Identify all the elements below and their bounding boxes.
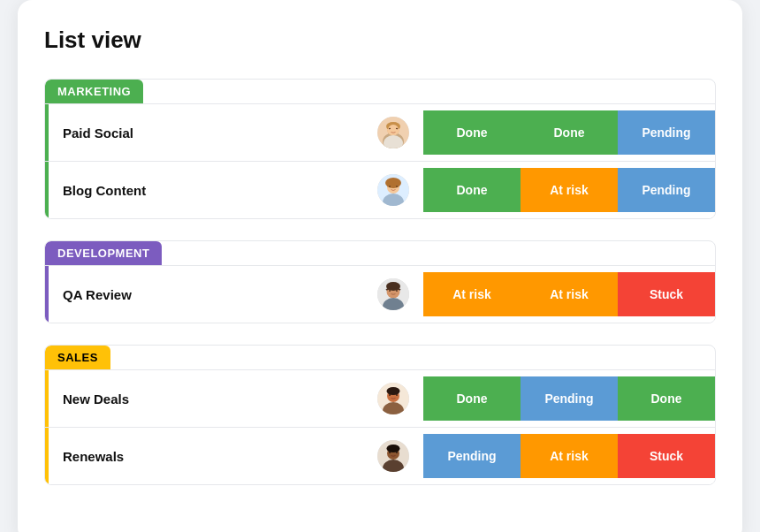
svg-point-33 <box>396 452 398 452</box>
avatar <box>377 174 409 206</box>
status-badge[interactable]: At risk <box>423 272 521 316</box>
svg-point-27 <box>396 394 398 395</box>
status-badge[interactable]: Stuck <box>618 434 715 478</box>
row-name: QA Review <box>63 287 132 302</box>
row-name: Paid Social <box>63 125 133 141</box>
svg-point-26 <box>389 394 391 395</box>
status-badge[interactable]: Done <box>618 376 715 421</box>
table-row[interactable]: New Deals DonePendingDone <box>45 369 715 427</box>
table-row[interactable]: Blog Content DoneAt riskPending <box>45 161 715 218</box>
status-badge[interactable]: Stuck <box>618 272 715 316</box>
row-label: Paid Social <box>45 104 423 161</box>
status-badge[interactable]: Done <box>423 168 521 212</box>
svg-point-32 <box>389 452 391 452</box>
group-marketing: MARKETINGPaid Social DoneDonePendingBlog… <box>44 79 716 219</box>
row-label: QA Review <box>45 266 423 323</box>
row-label: Blog Content <box>45 162 423 218</box>
group-header-wrap-sales: SALES <box>45 346 715 369</box>
status-cells: DoneDonePending <box>423 110 715 155</box>
svg-point-14 <box>389 186 391 186</box>
group-sales: SALESNew Deals DonePendingDoneRenewals P… <box>44 345 716 485</box>
svg-point-30 <box>387 445 400 452</box>
status-badge[interactable]: Pending <box>423 434 521 478</box>
status-badge[interactable]: At risk <box>521 434 618 478</box>
svg-point-6 <box>388 125 399 135</box>
group-header-marketing: MARKETING <box>45 80 143 103</box>
row-name: New Deals <box>63 391 129 407</box>
svg-point-15 <box>396 186 398 186</box>
row-label: New Deals <box>45 370 423 427</box>
table-row[interactable]: Renewals PendingAt riskStuck <box>45 427 715 484</box>
svg-point-21 <box>396 290 398 292</box>
main-card: List view MARKETINGPaid Social DoneDoneP… <box>18 0 742 532</box>
svg-point-12 <box>385 178 401 188</box>
status-badge[interactable]: Done <box>423 376 521 421</box>
table-row[interactable]: Paid Social DoneDonePending <box>45 103 715 161</box>
avatar <box>377 383 409 414</box>
svg-point-20 <box>389 290 391 292</box>
status-badge[interactable]: Pending <box>618 110 715 155</box>
avatar <box>377 117 409 148</box>
status-cells: PendingAt riskStuck <box>423 434 715 478</box>
status-cells: At riskAt riskStuck <box>423 272 715 316</box>
group-header-development: DEVELOPMENT <box>45 241 162 265</box>
avatar <box>377 440 409 472</box>
groups-container: MARKETINGPaid Social DoneDonePendingBlog… <box>44 79 716 485</box>
status-badge[interactable]: At risk <box>521 272 618 316</box>
status-badge[interactable]: At risk <box>521 168 618 212</box>
page-title: List view <box>44 27 716 54</box>
row-name: Blog Content <box>63 183 146 198</box>
group-development: DEVELOPMENTQA Review At riskAt riskStuck <box>44 240 716 323</box>
status-badge[interactable]: Done <box>521 110 618 155</box>
status-cells: DonePendingDone <box>423 376 715 421</box>
avatar <box>377 278 409 310</box>
group-header-wrap-marketing: MARKETING <box>45 80 715 103</box>
group-header-sales: SALES <box>45 346 110 369</box>
status-badge[interactable]: Pending <box>521 376 618 421</box>
svg-point-24 <box>387 387 400 395</box>
row-name: Renewals <box>63 449 124 464</box>
row-label: Renewals <box>45 428 423 484</box>
status-cells: DoneAt riskPending <box>423 168 715 212</box>
table-row[interactable]: QA Review At riskAt riskStuck <box>45 265 715 323</box>
group-header-wrap-development: DEVELOPMENT <box>45 241 715 265</box>
status-badge[interactable]: Done <box>423 110 521 155</box>
status-badge[interactable]: Pending <box>618 168 715 212</box>
